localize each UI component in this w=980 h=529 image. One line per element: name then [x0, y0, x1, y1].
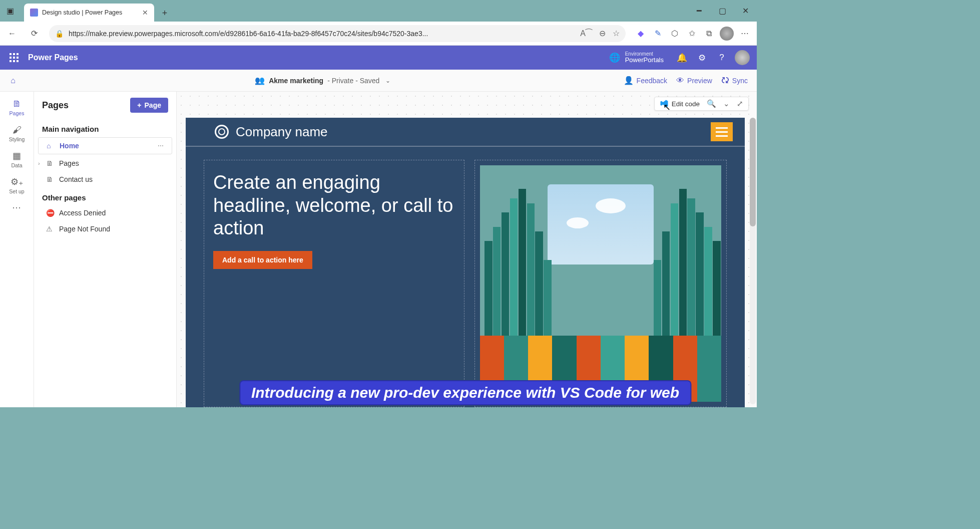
- user-avatar[interactable]: [735, 50, 750, 65]
- cursor-icon: ↖: [663, 102, 671, 113]
- hero-image: [480, 165, 722, 402]
- canvas-scrollbar[interactable]: [750, 118, 756, 404]
- tab-close-icon[interactable]: ✕: [142, 9, 148, 17]
- page-icon: 🗎: [46, 175, 54, 183]
- eye-icon: 👁: [676, 76, 684, 85]
- sub-toolbar: ⌂ 👥 Akme marketing - Private - Saved ⌄ 👤…: [0, 70, 757, 92]
- site-name: Akme marketing: [269, 77, 323, 85]
- browser-menu-icon[interactable]: ⋯: [739, 28, 751, 40]
- hero-image-block[interactable]: [474, 160, 727, 407]
- extensions-icon[interactable]: ⬡: [669, 28, 681, 40]
- env-value: PowerPortals: [625, 57, 664, 64]
- tab-actions-icon[interactable]: ▣: [0, 0, 20, 22]
- site-picker[interactable]: 👥 Akme marketing - Private - Saved ⌄: [255, 76, 390, 85]
- browser-toolbar: ← ⟳ 🔒 https://make.preview.powerpages.mi…: [0, 22, 757, 46]
- section-main-nav: Main navigation: [34, 119, 176, 136]
- tab-favicon: [30, 9, 38, 17]
- promo-banner: Introducing a new pro-dev experience wit…: [240, 381, 690, 404]
- site-meta: - Private - Saved: [327, 77, 379, 85]
- page-icon: 🗎: [13, 99, 22, 109]
- page-icon: 🗎: [46, 159, 54, 167]
- nav-item-contact[interactable]: 🗎 Contact us: [34, 171, 176, 187]
- nav-item-not-found[interactable]: ⚠ Page Not Found: [34, 221, 176, 237]
- feedback-icon: 👤: [624, 76, 634, 85]
- settings-icon[interactable]: ⚙: [692, 48, 712, 68]
- read-aloud-icon[interactable]: A⁀: [580, 29, 592, 38]
- people-icon: 👥: [255, 76, 265, 85]
- zoom-icon[interactable]: ⊖: [599, 29, 606, 38]
- more-icon[interactable]: ⋯: [158, 142, 165, 149]
- scroll-thumb[interactable]: [750, 118, 756, 226]
- nav-item-access-denied[interactable]: ⛔ Access Denied: [34, 205, 176, 221]
- add-page-button[interactable]: +Page: [130, 98, 168, 113]
- feedback-button[interactable]: 👤Feedback: [624, 76, 667, 85]
- back-button[interactable]: ←: [2, 24, 22, 44]
- table-icon: ▦: [13, 150, 21, 161]
- product-name: Power Pages: [28, 53, 78, 62]
- window-maximize-icon[interactable]: ▢: [711, 0, 734, 22]
- chevron-down-icon: ⌄: [385, 77, 390, 84]
- app-header: Power Pages 🌐 Environment PowerPortals 🔔…: [0, 46, 757, 70]
- chevron-right-icon[interactable]: ›: [38, 160, 40, 166]
- browser-tab[interactable]: Design studio | Power Pages ✕: [24, 4, 154, 22]
- cta-button[interactable]: Add a call to action here: [213, 251, 312, 269]
- sync-icon: 🗘: [721, 76, 729, 85]
- section-other-pages: Other pages: [34, 187, 176, 205]
- app-launcher-icon[interactable]: [4, 48, 24, 68]
- refresh-button[interactable]: ⟳: [24, 24, 44, 44]
- environment-picker[interactable]: 🌐 Environment PowerPortals: [609, 51, 664, 64]
- nav-item-home[interactable]: ⌂ Home ⋯: [38, 137, 172, 154]
- company-name: Company name: [236, 124, 328, 140]
- hamburger-menu[interactable]: [711, 122, 733, 141]
- preview-button[interactable]: 👁Preview: [676, 76, 712, 85]
- address-bar[interactable]: 🔒 https://make.preview.powerpages.micros…: [49, 25, 626, 42]
- hero-heading: Create an engaging headline, welcome, or…: [213, 171, 455, 240]
- globe-icon: 🌐: [609, 52, 620, 63]
- home-icon[interactable]: ⌂: [4, 72, 22, 90]
- site-preview[interactable]: Company name Create an engaging headline…: [186, 118, 745, 407]
- chevron-down-icon[interactable]: ⌄: [723, 99, 730, 108]
- notifications-icon[interactable]: 🔔: [672, 48, 692, 68]
- browser-titlebar: ▣ Design studio | Power Pages ✕ + ━ ▢ ✕: [0, 0, 757, 22]
- gear-add-icon: ⚙₊: [11, 176, 24, 187]
- env-label: Environment: [625, 51, 664, 57]
- site-header: Company name: [186, 118, 745, 146]
- fullscreen-icon[interactable]: ⤢: [737, 99, 743, 108]
- favorites-bar-icon[interactable]: ✩: [686, 28, 698, 40]
- rail-pages[interactable]: 🗎Pages: [2, 95, 32, 120]
- vertical-rail: 🗎Pages 🖌Styling ▦Data ⚙₊Set up ⋯: [0, 92, 34, 407]
- ext-feather-icon[interactable]: ✎: [652, 28, 664, 40]
- window-close-icon[interactable]: ✕: [734, 0, 757, 22]
- design-canvas: Edit code 🔍 ⌄ ⤢ ↖ Company name Create an…: [177, 92, 757, 407]
- site-logo-icon: [215, 125, 229, 139]
- hero-text-block[interactable]: Create an engaging headline, welcome, or…: [204, 160, 464, 407]
- help-icon[interactable]: ?: [712, 48, 732, 68]
- rail-styling[interactable]: 🖌Styling: [2, 121, 32, 146]
- hero-section: Create an engaging headline, welcome, or…: [186, 147, 745, 407]
- home-icon: ⌂: [47, 142, 55, 150]
- plus-icon: +: [137, 101, 141, 109]
- browser-profile-avatar[interactable]: [720, 27, 734, 41]
- rail-setup[interactable]: ⚙₊Set up: [2, 173, 32, 198]
- denied-icon: ⛔: [46, 209, 54, 217]
- collections-icon[interactable]: ⧉: [703, 28, 715, 40]
- main-area: 🗎Pages 🖌Styling ▦Data ⚙₊Set up ⋯ Pages +…: [0, 92, 757, 407]
- favorite-icon[interactable]: ☆: [613, 29, 620, 38]
- not-found-icon: ⚠: [46, 225, 54, 233]
- rail-data[interactable]: ▦Data: [2, 147, 32, 172]
- sync-button[interactable]: 🗘Sync: [721, 76, 748, 85]
- lock-icon: 🔒: [55, 30, 64, 38]
- brush-icon: 🖌: [13, 125, 22, 135]
- new-tab-button[interactable]: +: [156, 5, 173, 22]
- window-minimize-icon[interactable]: ━: [688, 0, 711, 22]
- panel-title: Pages: [42, 100, 69, 111]
- tab-title: Design studio | Power Pages: [42, 9, 138, 16]
- nav-item-pages[interactable]: › 🗎 Pages: [34, 155, 176, 171]
- url-text: https://make.preview.powerpages.microsof…: [69, 30, 575, 38]
- pages-panel: Pages +Page Main navigation ⌂ Home ⋯ › 🗎…: [34, 92, 177, 407]
- zoom-in-icon[interactable]: 🔍: [707, 99, 716, 108]
- rail-more-icon[interactable]: ⋯: [12, 202, 22, 213]
- ext-tag-icon[interactable]: ◆: [635, 28, 647, 40]
